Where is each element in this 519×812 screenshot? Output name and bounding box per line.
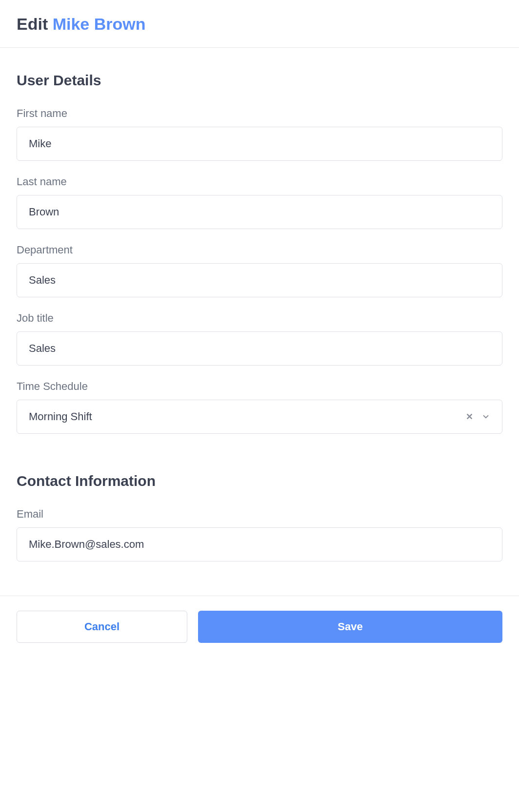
time-schedule-group: Time Schedule Morning Shift ✕: [17, 380, 502, 434]
page-title: Edit Mike Brown: [17, 15, 502, 34]
save-button[interactable]: Save: [198, 611, 502, 643]
email-group: Email: [17, 508, 502, 561]
form-content: User Details First name Last name Depart…: [0, 48, 519, 596]
job-title-label: Job title: [17, 312, 502, 325]
department-group: Department: [17, 244, 502, 297]
last-name-group: Last name: [17, 175, 502, 229]
department-label: Department: [17, 244, 502, 256]
job-title-group: Job title: [17, 312, 502, 366]
last-name-label: Last name: [17, 175, 502, 188]
last-name-input[interactable]: [17, 195, 502, 229]
title-user-link[interactable]: Mike Brown: [53, 15, 146, 33]
user-details-heading: User Details: [17, 72, 502, 89]
clear-icon[interactable]: ✕: [463, 411, 475, 423]
first-name-input[interactable]: [17, 127, 502, 161]
first-name-group: First name: [17, 107, 502, 161]
time-schedule-select-wrap: Morning Shift ✕: [17, 400, 502, 434]
contact-info-heading: Contact Information: [17, 473, 502, 489]
cancel-button[interactable]: Cancel: [17, 611, 187, 643]
email-input[interactable]: [17, 527, 502, 561]
department-input[interactable]: [17, 263, 502, 297]
title-prefix: Edit: [17, 15, 48, 33]
email-label: Email: [17, 508, 502, 521]
time-schedule-select[interactable]: Morning Shift: [17, 400, 502, 434]
page-header: Edit Mike Brown: [0, 0, 519, 48]
footer-actions: Cancel Save: [0, 596, 519, 657]
time-schedule-label: Time Schedule: [17, 380, 502, 393]
time-schedule-value: Morning Shift: [29, 410, 92, 423]
first-name-label: First name: [17, 107, 502, 120]
job-title-input[interactable]: [17, 331, 502, 366]
